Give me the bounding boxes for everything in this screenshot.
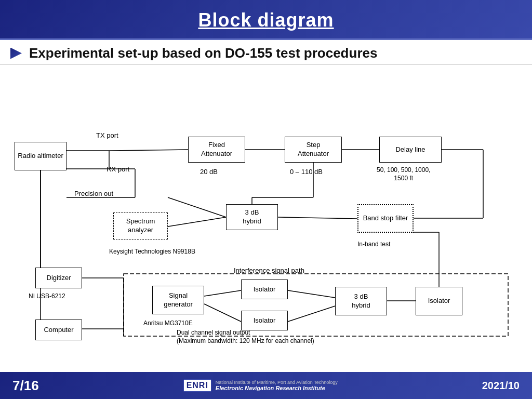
- delay-values-label: 50, 100, 500, 1000,1500 ft: [377, 166, 430, 182]
- svg-line-26: [204, 304, 241, 322]
- svg-line-20: [278, 217, 357, 219]
- precision-out-label: Precision out: [74, 190, 113, 198]
- footer-institute-text: National Institute of Maritime, Port and…: [216, 380, 338, 391]
- svg-line-19: [168, 217, 226, 227]
- keysight-label: Keysight Technologies N9918B: [109, 248, 195, 256]
- 3db-hybrid-bottom-box: 3 dBhybrid: [335, 287, 387, 315]
- footer: 7/16 ENRI National Institute of Maritime…: [0, 372, 532, 399]
- footer-logo: ENRI National Institute of Maritime, Por…: [183, 379, 338, 392]
- signal-generator-box: Signalgenerator: [152, 286, 204, 314]
- institute-line1: National Institute of Maritime, Port and…: [216, 380, 338, 385]
- 3db-hybrid-top-box: 3 dBhybrid: [226, 204, 278, 230]
- bullet-text: Experimental set-up based on DO-155 test…: [29, 45, 377, 61]
- rx-port-label: RX port: [107, 165, 129, 174]
- fixed-attenuator-box: FixedAttenuator: [188, 137, 245, 163]
- dual-channel-label: Dual channel signal output(Maximum bandw…: [177, 329, 314, 345]
- footer-date: 2021/10: [482, 380, 520, 392]
- isolator-bottom-box: Isolator: [241, 311, 288, 330]
- svg-line-1: [109, 150, 188, 151]
- svg-line-27: [288, 290, 335, 298]
- svg-line-28: [288, 306, 335, 322]
- tx-port-label: TX port: [96, 131, 118, 140]
- bullet-row: Experimental set-up based on DO-155 test…: [0, 40, 532, 65]
- step-attenuator-box: StepAttenuator: [285, 137, 342, 163]
- footer-logo-box: ENRI National Institute of Maritime, Por…: [183, 379, 338, 392]
- bullet-icon: [10, 48, 22, 59]
- delay-line-box: Delay line: [379, 137, 442, 163]
- isolator-right-box: Isolator: [416, 287, 462, 315]
- spectrum-analyzer-box: Spectrum analyzer: [113, 212, 168, 240]
- enri-badge: ENRI: [183, 379, 211, 392]
- institute-line2: Electronic Navigation Research Institute: [216, 385, 325, 391]
- svg-line-11: [168, 197, 226, 217]
- 0-110db-label: 0 – 110 dB: [290, 168, 323, 177]
- isolator-top-box: Isolator: [241, 280, 288, 299]
- 20db-label: 20 dB: [200, 168, 218, 177]
- digitizer-box: Digitizer: [35, 268, 82, 288]
- page-title: Block diagram: [0, 9, 532, 31]
- interference-label: Interference signal path: [234, 267, 304, 275]
- header: Block diagram: [0, 0, 532, 40]
- diagram-area: Radio altimeter FixedAttenuator StepAtte…: [0, 65, 532, 361]
- computer-box: Computer: [35, 320, 82, 340]
- footer-page: 7/16: [12, 378, 39, 394]
- ni-usb-label: NI USB-6212: [29, 292, 65, 301]
- radio-altimeter-box: Radio altimeter: [15, 142, 66, 170]
- band-stop-filter-box: Band stop filter: [357, 204, 414, 233]
- svg-line-25: [204, 290, 241, 296]
- anritsu-label: Anritsu MG3710E: [143, 320, 193, 328]
- in-band-label: In-band test: [357, 241, 390, 249]
